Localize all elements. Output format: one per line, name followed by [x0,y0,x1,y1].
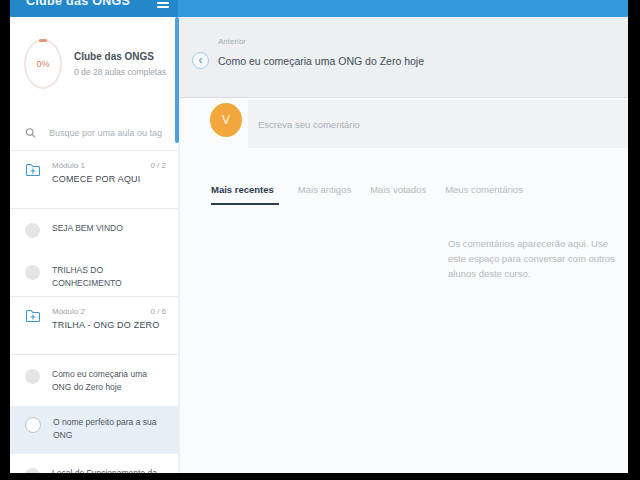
previous-lesson-nav: ‹ Anterior Como eu começaria uma ONG do … [180,17,628,98]
sidebar-module-2[interactable]: Módulo 2 0 / 6 TRILHA - ONG DO ZERO [10,297,178,355]
progress-percent: 0% [36,59,49,69]
lesson-title: TRILHAS DO CONHECIMENTO [52,264,168,290]
progress-arc [39,39,47,42]
search-icon [25,127,36,139]
sidebar-lesson-trilhas-do-conhecimento[interactable]: TRILHAS DO CONHECIMENTO [10,251,178,297]
comment-input[interactable] [258,100,600,148]
back-chevron-button[interactable]: ‹ [192,52,209,69]
user-avatar: V [210,103,242,137]
main-header [178,0,628,17]
lesson-title: Local de Funcionamento da ONG [52,467,168,473]
course-header: 0% Clube das ONGS 0 de 28 aulas completa… [10,17,178,115]
tab-mais-antigos[interactable]: Mais antigos [298,184,351,205]
lesson-status-icon [25,468,40,473]
main-content: ‹ Anterior Como eu começaria uma ONG do … [180,17,628,473]
sidebar-scrollbar[interactable] [175,17,179,143]
sidebar-lesson-o-nome-perfeito[interactable]: O nome perfeito para a sua ONG [10,406,178,454]
app-title: Clube das ONGS [26,0,130,8]
module-label: Módulo 2 [52,307,85,316]
module-progress: 0 / 2 [150,161,166,170]
module-label: Módulo 1 [52,161,85,170]
chevron-left-icon: ‹ [199,53,203,67]
module-progress: 0 / 6 [150,307,166,316]
hamburger-menu-icon[interactable] [157,0,169,11]
module-title: COMECE POR AQUI [52,174,166,184]
top-header-bar: Clube das ONGS [10,0,628,17]
course-progress-text: 0 de 28 aulas completas [74,67,166,77]
comment-field [248,100,628,148]
comments-empty-state: Os comentários aparecerão aqui. Use este… [448,236,620,281]
search-input[interactable] [49,128,166,138]
previous-label: Anterior [218,37,246,46]
app-window: Clube das ONGS 0% Clube das ONGS 0 de 28… [10,0,628,473]
lesson-status-icon-current [25,417,41,433]
lesson-title: O nome perfeito para a sua ONG [53,416,168,442]
lesson-title: SEJA BEM VINDO [52,222,123,235]
search-bar [10,115,178,151]
folder-plus-icon [25,309,41,323]
comment-compose-row: V [180,98,628,148]
sidebar-lesson-como-eu-comecaria[interactable]: Como eu começaria uma ONG do Zero hoje [10,355,178,406]
comments-panel: V Mais recentes Mais antigos Mais votado… [180,98,628,473]
tab-mais-recentes[interactable]: Mais recentes [211,184,279,205]
tab-meus-comentarios[interactable]: Meus comentários [445,184,523,205]
lesson-status-icon [25,369,40,384]
lesson-status-icon [25,223,40,238]
lesson-status-icon [25,265,40,280]
module-title: TRILHA - ONG DO ZERO [52,320,166,330]
folder-plus-icon [25,163,41,177]
lesson-title: Como eu começaria uma ONG do Zero hoje [52,368,168,394]
sidebar-lesson-local-de-funcionamento[interactable]: Local de Funcionamento da ONG [10,454,178,473]
course-title: Clube das ONGS [74,51,166,62]
comment-sort-tabs: Mais recentes Mais antigos Mais votados … [211,184,523,205]
course-sidebar: 0% Clube das ONGS 0 de 28 aulas completa… [10,17,178,473]
sidebar-module-1[interactable]: Módulo 1 0 / 2 COMECE POR AQUI [10,151,178,209]
tab-mais-votados[interactable]: Mais votados [370,184,426,205]
previous-lesson-title[interactable]: Como eu começaria uma ONG do Zero hoje [218,55,424,67]
sidebar-lesson-seja-bem-vindo[interactable]: SEJA BEM VINDO [10,209,178,251]
progress-ring: 0% [24,39,62,89]
sidebar-header: Clube das ONGS [10,0,178,17]
